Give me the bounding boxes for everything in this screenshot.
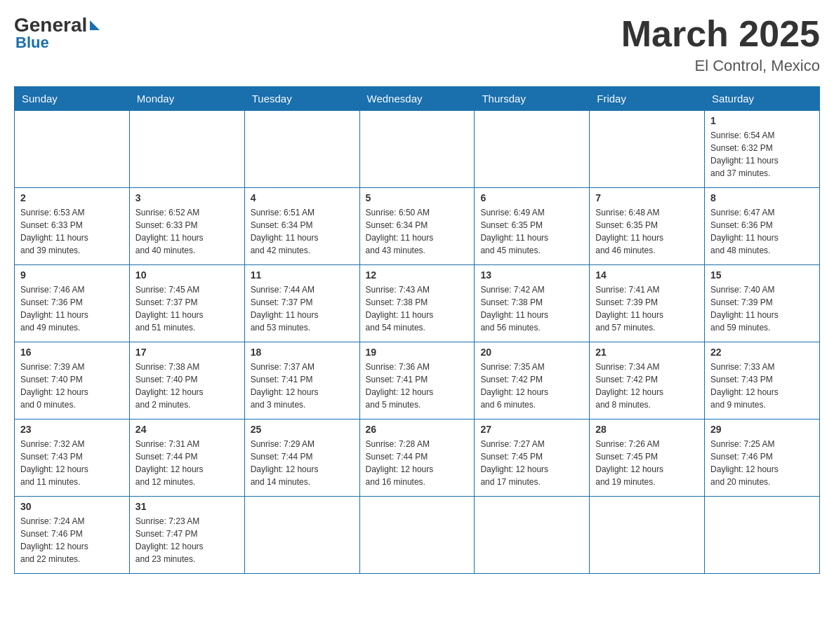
day-info: Sunrise: 6:54 AM Sunset: 6:32 PM Dayligh… xyxy=(710,129,814,180)
day-info: Sunrise: 7:39 AM Sunset: 7:40 PM Dayligh… xyxy=(20,361,124,411)
weekday-header-sunday: Sunday xyxy=(15,87,130,111)
day-number: 21 xyxy=(595,347,699,358)
calendar-day-cell: 14Sunrise: 7:41 AM Sunset: 7:39 PM Dayli… xyxy=(590,265,705,342)
calendar-day-cell: 16Sunrise: 7:39 AM Sunset: 7:40 PM Dayli… xyxy=(15,342,130,420)
day-info: Sunrise: 7:44 AM Sunset: 7:37 PM Dayligh… xyxy=(251,283,354,334)
day-number: 20 xyxy=(480,347,583,358)
day-number: 12 xyxy=(366,269,469,281)
calendar-day-cell: 12Sunrise: 7:43 AM Sunset: 7:38 PM Dayli… xyxy=(359,265,475,342)
weekday-header-saturday: Saturday xyxy=(705,87,820,111)
calendar-day-cell: 24Sunrise: 7:31 AM Sunset: 7:44 PM Dayli… xyxy=(129,420,244,497)
calendar-day-cell: 9Sunrise: 7:46 AM Sunset: 7:36 PM Daylig… xyxy=(15,265,130,342)
day-number: 16 xyxy=(20,347,124,358)
calendar-day-cell: 2Sunrise: 6:53 AM Sunset: 6:33 PM Daylig… xyxy=(15,188,130,265)
day-info: Sunrise: 7:29 AM Sunset: 7:44 PM Dayligh… xyxy=(251,438,354,488)
day-info: Sunrise: 7:42 AM Sunset: 7:38 PM Dayligh… xyxy=(480,283,583,334)
calendar-day-cell xyxy=(475,497,590,574)
calendar-day-cell xyxy=(244,111,359,188)
day-number: 1 xyxy=(710,115,814,126)
day-number: 3 xyxy=(135,192,239,203)
calendar-header-row: SundayMondayTuesdayWednesdayThursdayFrid… xyxy=(15,87,820,111)
day-info: Sunrise: 7:38 AM Sunset: 7:40 PM Dayligh… xyxy=(135,361,239,411)
calendar-week-row: 30Sunrise: 7:24 AM Sunset: 7:46 PM Dayli… xyxy=(15,497,820,574)
day-info: Sunrise: 7:24 AM Sunset: 7:46 PM Dayligh… xyxy=(20,515,124,565)
calendar-day-cell: 26Sunrise: 7:28 AM Sunset: 7:44 PM Dayli… xyxy=(359,420,475,497)
day-number: 11 xyxy=(251,269,354,281)
calendar-day-cell xyxy=(15,111,130,188)
day-number: 14 xyxy=(595,269,699,281)
weekday-header-tuesday: Tuesday xyxy=(244,87,359,111)
day-info: Sunrise: 6:53 AM Sunset: 6:33 PM Dayligh… xyxy=(20,206,124,257)
day-number: 30 xyxy=(20,501,124,512)
day-number: 19 xyxy=(366,347,469,358)
calendar-day-cell xyxy=(244,497,359,574)
calendar-day-cell: 21Sunrise: 7:34 AM Sunset: 7:42 PM Dayli… xyxy=(590,342,705,420)
calendar-day-cell: 7Sunrise: 6:48 AM Sunset: 6:35 PM Daylig… xyxy=(590,188,705,265)
calendar-day-cell: 25Sunrise: 7:29 AM Sunset: 7:44 PM Dayli… xyxy=(244,420,359,497)
day-number: 22 xyxy=(710,347,814,358)
day-number: 25 xyxy=(251,424,354,435)
weekday-header-wednesday: Wednesday xyxy=(359,87,475,111)
calendar-day-cell: 19Sunrise: 7:36 AM Sunset: 7:41 PM Dayli… xyxy=(359,342,475,420)
calendar-day-cell: 15Sunrise: 7:40 AM Sunset: 7:39 PM Dayli… xyxy=(705,265,820,342)
calendar-day-cell: 5Sunrise: 6:50 AM Sunset: 6:34 PM Daylig… xyxy=(359,188,475,265)
calendar-week-row: 2Sunrise: 6:53 AM Sunset: 6:33 PM Daylig… xyxy=(15,188,820,265)
day-info: Sunrise: 7:34 AM Sunset: 7:42 PM Dayligh… xyxy=(595,361,699,411)
calendar-day-cell: 22Sunrise: 7:33 AM Sunset: 7:43 PM Dayli… xyxy=(705,342,820,420)
calendar-day-cell xyxy=(129,111,244,188)
day-info: Sunrise: 6:52 AM Sunset: 6:33 PM Dayligh… xyxy=(135,206,239,257)
day-info: Sunrise: 7:32 AM Sunset: 7:43 PM Dayligh… xyxy=(20,438,124,488)
calendar-day-cell: 4Sunrise: 6:51 AM Sunset: 6:34 PM Daylig… xyxy=(244,188,359,265)
day-number: 26 xyxy=(366,424,469,435)
day-info: Sunrise: 6:51 AM Sunset: 6:34 PM Dayligh… xyxy=(251,206,354,257)
calendar-day-cell: 11Sunrise: 7:44 AM Sunset: 7:37 PM Dayli… xyxy=(244,265,359,342)
day-info: Sunrise: 7:40 AM Sunset: 7:39 PM Dayligh… xyxy=(710,283,814,334)
calendar-day-cell: 30Sunrise: 7:24 AM Sunset: 7:46 PM Dayli… xyxy=(15,497,130,574)
day-number: 15 xyxy=(710,269,814,281)
calendar-day-cell: 27Sunrise: 7:27 AM Sunset: 7:45 PM Dayli… xyxy=(475,420,590,497)
calendar-day-cell: 23Sunrise: 7:32 AM Sunset: 7:43 PM Dayli… xyxy=(15,420,130,497)
calendar-day-cell xyxy=(475,111,590,188)
calendar-day-cell: 6Sunrise: 6:49 AM Sunset: 6:35 PM Daylig… xyxy=(475,188,590,265)
calendar-day-cell xyxy=(705,497,820,574)
calendar-day-cell xyxy=(359,111,475,188)
day-info: Sunrise: 7:43 AM Sunset: 7:38 PM Dayligh… xyxy=(366,283,469,334)
day-info: Sunrise: 6:48 AM Sunset: 6:35 PM Dayligh… xyxy=(595,206,699,257)
calendar-day-cell: 1Sunrise: 6:54 AM Sunset: 6:32 PM Daylig… xyxy=(705,111,820,188)
calendar-day-cell xyxy=(590,111,705,188)
calendar-week-row: 9Sunrise: 7:46 AM Sunset: 7:36 PM Daylig… xyxy=(15,265,820,342)
calendar-day-cell: 10Sunrise: 7:45 AM Sunset: 7:37 PM Dayli… xyxy=(129,265,244,342)
day-number: 24 xyxy=(135,424,239,435)
day-info: Sunrise: 6:49 AM Sunset: 6:35 PM Dayligh… xyxy=(480,206,583,257)
day-info: Sunrise: 7:23 AM Sunset: 7:47 PM Dayligh… xyxy=(135,515,239,565)
day-number: 18 xyxy=(251,347,354,358)
calendar-day-cell: 18Sunrise: 7:37 AM Sunset: 7:41 PM Dayli… xyxy=(244,342,359,420)
weekday-header-monday: Monday xyxy=(129,87,244,111)
day-info: Sunrise: 7:27 AM Sunset: 7:45 PM Dayligh… xyxy=(480,438,583,488)
day-number: 13 xyxy=(480,269,583,281)
calendar-day-cell: 8Sunrise: 6:47 AM Sunset: 6:36 PM Daylig… xyxy=(705,188,820,265)
day-info: Sunrise: 7:36 AM Sunset: 7:41 PM Dayligh… xyxy=(366,361,469,411)
calendar-week-row: 23Sunrise: 7:32 AM Sunset: 7:43 PM Dayli… xyxy=(15,420,820,497)
day-number: 4 xyxy=(251,192,354,203)
month-title: March 2025 xyxy=(621,14,820,54)
page-header: General Blue March 2025 El Control, Mexi… xyxy=(14,14,820,75)
location-text: El Control, Mexico xyxy=(621,57,820,75)
day-number: 7 xyxy=(595,192,699,203)
calendar-day-cell: 13Sunrise: 7:42 AM Sunset: 7:38 PM Dayli… xyxy=(475,265,590,342)
title-area: March 2025 El Control, Mexico xyxy=(621,14,820,75)
logo-blue-text: Blue xyxy=(15,34,49,52)
day-info: Sunrise: 7:25 AM Sunset: 7:46 PM Dayligh… xyxy=(710,438,814,488)
day-info: Sunrise: 6:47 AM Sunset: 6:36 PM Dayligh… xyxy=(710,206,814,257)
day-number: 23 xyxy=(20,424,124,435)
day-info: Sunrise: 7:37 AM Sunset: 7:41 PM Dayligh… xyxy=(251,361,354,411)
calendar-day-cell: 17Sunrise: 7:38 AM Sunset: 7:40 PM Dayli… xyxy=(129,342,244,420)
day-number: 2 xyxy=(20,192,124,203)
day-info: Sunrise: 7:41 AM Sunset: 7:39 PM Dayligh… xyxy=(595,283,699,334)
day-number: 17 xyxy=(135,347,239,358)
calendar-day-cell: 20Sunrise: 7:35 AM Sunset: 7:42 PM Dayli… xyxy=(475,342,590,420)
day-info: Sunrise: 7:28 AM Sunset: 7:44 PM Dayligh… xyxy=(366,438,469,488)
day-number: 28 xyxy=(595,424,699,435)
day-number: 29 xyxy=(710,424,814,435)
calendar-day-cell: 29Sunrise: 7:25 AM Sunset: 7:46 PM Dayli… xyxy=(705,420,820,497)
